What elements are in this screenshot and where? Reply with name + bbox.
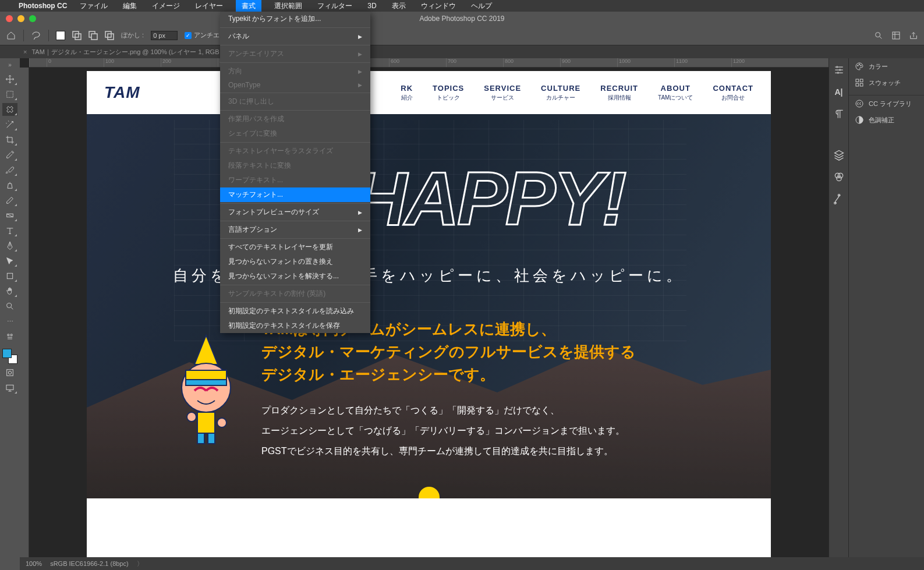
site-nav: RK紹介TOPICSトピックSERVICEサービスCULTUREカルチャーREC… — [401, 84, 753, 102]
clone-tool[interactable] — [2, 179, 17, 192]
properties-icon[interactable] — [833, 64, 845, 76]
magic-wand-tool[interactable] — [2, 118, 17, 131]
zoom-tool[interactable] — [2, 300, 17, 313]
workspace-icon[interactable] — [891, 31, 901, 40]
screenmode-icon[interactable] — [2, 381, 17, 394]
menu-item[interactable]: 見つからないフォントの置き換え — [220, 254, 370, 269]
lasso-tool[interactable] — [2, 103, 17, 116]
character-icon[interactable]: A| — [833, 86, 845, 98]
lasso-tool-icon[interactable] — [31, 30, 41, 41]
collapse-icon[interactable]: » — [8, 62, 12, 68]
doc-tab-close[interactable]: × — [23, 48, 27, 55]
fg-color[interactable] — [2, 349, 12, 358]
brush-tool[interactable] — [2, 164, 17, 176]
mascot-icon — [162, 330, 250, 446]
panel-adjustments[interactable]: 色調補正 — [849, 112, 924, 128]
nav-item: RK紹介 — [401, 84, 413, 102]
menu-item[interactable]: Typekit からフォントを追加... — [220, 12, 370, 26]
share-icon[interactable] — [909, 31, 918, 40]
panel-adjust-label: 色調補正 — [869, 116, 894, 125]
panel-cc-lib[interactable]: CC ライブラリ — [849, 95, 924, 112]
menu-edit[interactable]: 編集 — [121, 0, 139, 12]
menu-layer[interactable]: レイヤー — [193, 0, 225, 12]
pen-tool[interactable] — [2, 239, 17, 252]
intersect-selection-icon[interactable] — [105, 31, 114, 40]
home-icon[interactable] — [6, 31, 16, 40]
new-selection-icon[interactable] — [56, 31, 65, 40]
options-bar: ぼかし : ✓ アンチエイ — [0, 26, 924, 45]
svg-point-29 — [859, 64, 860, 65]
menu-file[interactable]: ファイル — [77, 0, 110, 12]
paths-icon[interactable] — [833, 193, 845, 205]
palette-icon — [855, 62, 864, 71]
move-tool[interactable] — [2, 73, 17, 86]
menu-item[interactable]: 初期設定のテキストスタイルを保存 — [220, 318, 370, 333]
marquee-tool[interactable] — [2, 88, 17, 101]
svg-point-6 — [876, 32, 880, 37]
svg-rect-32 — [860, 79, 863, 82]
maximize-button[interactable] — [29, 15, 36, 22]
document-tabs: × TAM｜デジタル・エージェンシー.png @ 100% (レイヤー 1, R… — [0, 45, 924, 58]
dots-icon[interactable]: ⋯ — [2, 315, 17, 328]
close-button[interactable] — [6, 15, 13, 22]
menu-item[interactable]: 言語オプション▶ — [220, 222, 370, 237]
chevron-right-icon[interactable]: 〉 — [137, 560, 143, 568]
minimize-button[interactable] — [17, 15, 24, 22]
ruler-horizontal[interactable]: 0100200300400500600700800900100011001200 — [29, 58, 829, 68]
blur-input[interactable] — [151, 31, 178, 40]
svg-rect-34 — [860, 83, 863, 86]
menu-type[interactable]: 書式 — [236, 0, 261, 12]
copy-orange-2: デジタル・マーケティングのフルサービスを提供する — [261, 341, 724, 363]
canvas-area: 0100200300400500600700800900100011001200… — [20, 58, 829, 557]
menu-3d[interactable]: 3D — [365, 1, 378, 11]
ruler-vertical[interactable] — [20, 68, 29, 557]
menu-item[interactable]: フォントプレビューのサイズ▶ — [220, 205, 370, 219]
menu-item[interactable]: 見つからないフォントを解決する... — [220, 269, 370, 284]
menu-item[interactable]: パネル▶ — [220, 29, 370, 44]
shape-tool[interactable] — [2, 270, 17, 282]
menu-image[interactable]: イメージ — [150, 0, 182, 12]
hero: BE HAPPY! 自分をハッピーに、相手をハッピーに、社会をハッピーに。 TA… — [87, 114, 771, 498]
menu-help[interactable]: ヘルプ — [469, 0, 494, 12]
panel-color[interactable]: カラー — [849, 58, 924, 75]
subtract-selection-icon[interactable] — [88, 31, 98, 40]
panel-swatches[interactable]: スウォッチ — [849, 75, 924, 91]
hand-tool[interactable] — [2, 285, 17, 298]
menu-filter[interactable]: フィルター — [315, 0, 355, 12]
eraser-tool[interactable] — [2, 194, 17, 207]
svg-rect-14 — [6, 385, 13, 390]
gradient-tool[interactable] — [2, 209, 17, 222]
menu-item[interactable]: マッチフォント... — [220, 187, 370, 202]
svg-point-26 — [834, 202, 836, 204]
menu-view[interactable]: 表示 — [390, 0, 408, 12]
svg-rect-21 — [197, 433, 204, 444]
document-tab[interactable]: × TAM｜デジタル・エージェンシー.png @ 100% (レイヤー 1, R… — [23, 48, 232, 56]
canvas-viewport[interactable]: TAM RK紹介TOPICSトピックSERVICEサービスCULTUREカルチャ… — [29, 68, 829, 557]
path-select-tool[interactable] — [2, 254, 17, 267]
zoom-level[interactable]: 100% — [26, 560, 42, 567]
menu-window[interactable]: ウィンドウ — [419, 0, 458, 12]
menu-item[interactable]: 初期設定のテキストスタイルを読み込み — [220, 304, 370, 318]
tool-palette: » ⋯ — [0, 58, 20, 557]
svg-point-24 — [838, 173, 842, 178]
channels-icon[interactable] — [833, 171, 845, 183]
crop-tool[interactable] — [2, 133, 17, 146]
type-tool[interactable] — [2, 224, 17, 237]
paragraph-icon[interactable] — [833, 108, 845, 120]
hero-title: BE HAPPY! — [87, 155, 771, 242]
add-selection-icon[interactable] — [72, 31, 82, 40]
panel-cc-label: CC ライブラリ — [869, 100, 912, 108]
menu-select[interactable]: 選択範囲 — [272, 0, 305, 12]
color-profile: sRGB IEC61966-2.1 (8bpc) — [50, 560, 129, 567]
svg-rect-4 — [105, 31, 111, 37]
blur-label: ぼかし : — [121, 31, 144, 40]
quickmask-icon[interactable] — [2, 366, 17, 379]
color-swatches[interactable] — [2, 349, 17, 364]
edit-toolbar-icon[interactable] — [2, 330, 17, 343]
eyedropper-tool[interactable] — [2, 148, 17, 161]
search-icon[interactable] — [874, 31, 883, 40]
menu-item[interactable]: すべてのテキストレイヤーを更新 — [220, 240, 370, 254]
right-icon-strip: A| — [829, 58, 848, 557]
svg-rect-12 — [7, 370, 13, 376]
layers-icon[interactable] — [833, 149, 845, 161]
